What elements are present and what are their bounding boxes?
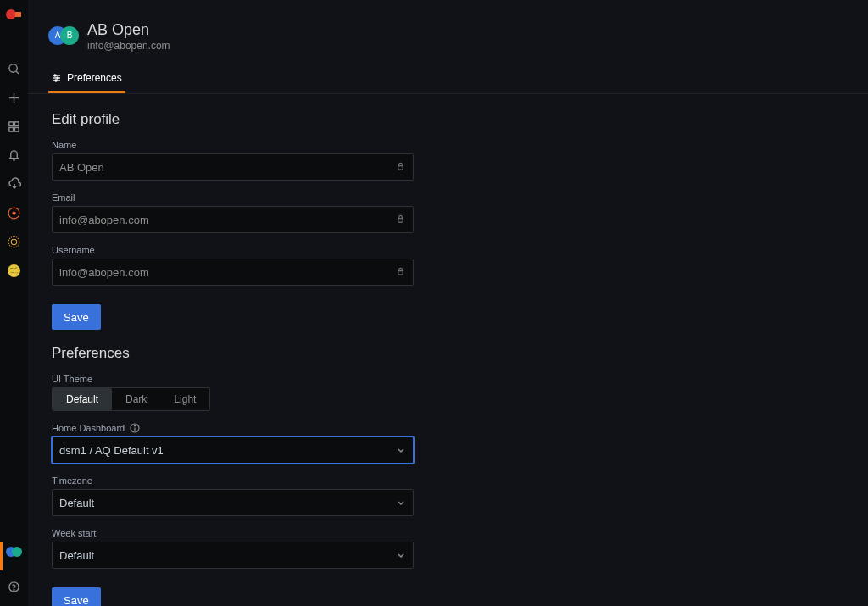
help-icon[interactable]	[0, 572, 28, 601]
user-avatar-mini[interactable]	[0, 547, 28, 572]
plus-icon[interactable]	[0, 83, 28, 112]
preferences-heading: Preferences	[52, 345, 844, 362]
tabs: Preferences	[28, 52, 868, 94]
sidebar	[0, 0, 28, 606]
chevron-down-icon	[397, 548, 405, 563]
select-value: Default	[59, 497, 94, 509]
bell-icon[interactable]	[0, 141, 28, 170]
theme-label: UI Theme	[52, 374, 844, 384]
svg-point-11	[12, 211, 15, 214]
page-subtitle: info@abopen.com	[87, 40, 170, 52]
avatar-b: B	[60, 26, 79, 45]
svg-point-15	[11, 239, 16, 244]
theme-option-dark[interactable]: Dark	[112, 388, 160, 410]
svg-point-23	[57, 77, 58, 79]
week-start-label: Week start	[52, 528, 844, 538]
name-field	[52, 153, 414, 181]
page-header: A B AB Open info@abopen.com	[28, 0, 868, 52]
tab-label: Preferences	[67, 72, 122, 84]
name-label: Name	[52, 140, 844, 150]
svg-rect-7	[14, 121, 19, 125]
active-indicator	[0, 542, 3, 570]
svg-rect-25	[398, 166, 403, 170]
username-label: Username	[52, 245, 844, 255]
lock-icon	[396, 264, 405, 280]
home-dashboard-label: Home Dashboard	[52, 423, 844, 433]
svg-point-2	[9, 64, 17, 71]
theme-option-light[interactable]: Light	[160, 388, 209, 410]
sensor-icon-2[interactable]	[0, 227, 28, 256]
info-icon[interactable]	[130, 423, 140, 433]
cloud-download-icon[interactable]	[0, 170, 28, 198]
svg-point-16	[8, 264, 20, 277]
sensor-icon-1[interactable]	[0, 198, 28, 227]
svg-rect-26	[398, 219, 403, 223]
save-preferences-button[interactable]: Save	[52, 587, 101, 606]
svg-rect-6	[9, 121, 14, 125]
search-icon[interactable]	[0, 54, 28, 83]
lock-icon	[396, 212, 405, 227]
select-value: dsm1 / AQ Default v1	[59, 444, 164, 457]
theme-radio-group: Default Dark Light	[52, 387, 210, 411]
app-logo[interactable]	[5, 5, 24, 24]
svg-rect-1	[15, 12, 21, 17]
svg-point-14	[8, 236, 19, 247]
svg-point-24	[55, 80, 57, 81]
svg-rect-27	[398, 271, 403, 275]
week-start-select[interactable]: Default	[52, 542, 414, 569]
chevron-down-icon	[397, 495, 405, 510]
main-content: A B AB Open info@abopen.com Preferences …	[28, 0, 868, 606]
tab-preferences[interactable]: Preferences	[48, 65, 125, 93]
svg-point-18	[14, 589, 14, 590]
svg-point-22	[54, 75, 56, 76]
timezone-select[interactable]: Default	[52, 489, 414, 516]
chevron-down-icon	[397, 442, 405, 458]
avatar: A B	[48, 26, 77, 47]
svg-rect-8	[9, 127, 14, 131]
select-value: Default	[59, 549, 94, 562]
page-title: AB Open	[87, 20, 170, 40]
svg-point-30	[135, 425, 136, 426]
lock-icon	[396, 159, 405, 175]
globe-icon[interactable]	[0, 256, 28, 285]
save-profile-button[interactable]: Save	[52, 304, 101, 330]
dashboards-icon[interactable]	[0, 112, 28, 141]
timezone-label: Timezone	[52, 475, 844, 486]
edit-profile-heading: Edit profile	[52, 111, 844, 128]
email-field	[52, 206, 414, 233]
home-dashboard-select[interactable]: dsm1 / AQ Default v1	[52, 436, 414, 464]
svg-line-3	[16, 71, 19, 74]
email-label: Email	[52, 192, 844, 203]
theme-option-default[interactable]: Default	[53, 388, 112, 410]
svg-rect-9	[14, 127, 19, 131]
svg-point-0	[6, 9, 16, 19]
username-field	[52, 259, 414, 286]
